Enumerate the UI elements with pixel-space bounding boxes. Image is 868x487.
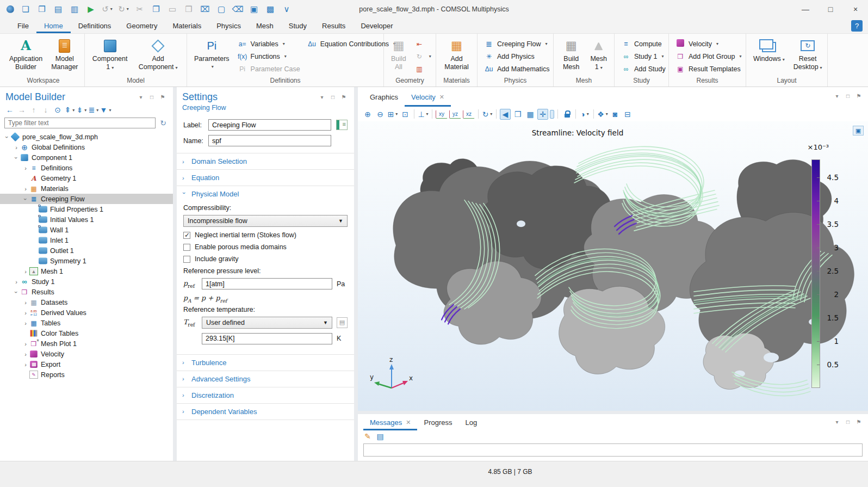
close-icon[interactable]: × (843, 0, 868, 18)
tab-geometry[interactable]: Geometry (119, 18, 165, 33)
parameters-button[interactable]: Pi Parameters ▾ (191, 36, 233, 71)
functions-button[interactable]: f(x) Functions▾ (235, 50, 302, 63)
section-advanced-settings[interactable]: › Advanced Settings (177, 371, 354, 387)
color-legend-icon[interactable] (550, 110, 554, 119)
plot-window-icon[interactable]: ▣ (853, 126, 864, 135)
panel-menu-icon[interactable]: ▾ (317, 93, 327, 102)
compute-button[interactable]: = Compute (618, 38, 668, 50)
tab-messages[interactable]: Messages ✕ (363, 414, 417, 430)
tree-item-results[interactable]: ›❒Results (0, 287, 173, 297)
select-box-icon[interactable]: ▢ (214, 3, 228, 16)
update-icon[interactable]: ❖▾ (597, 109, 608, 120)
panel-float-icon[interactable]: □ (328, 93, 338, 102)
expander-icon[interactable]: › (13, 288, 20, 296)
windows-button[interactable]: Windows▾ (750, 36, 788, 64)
ref-temperature-input[interactable] (202, 333, 332, 344)
view-xy-icon[interactable]: xy (436, 110, 448, 119)
expander-icon[interactable]: › (22, 341, 29, 347)
save-icon[interactable]: ▤ (51, 3, 65, 16)
scene-light-icon[interactable]: ◀ (500, 109, 511, 120)
expand-all-icon[interactable]: ⇞▾ (64, 104, 75, 115)
panel-pin-icon[interactable]: ⚑ (854, 91, 864, 100)
panel-pin-icon[interactable]: ⚑ (854, 417, 864, 426)
tab-developer[interactable]: Developer (353, 18, 400, 33)
go-to-source-icon[interactable]: ▤ (337, 317, 348, 328)
color-palette-icon[interactable]: ◑▾ (579, 109, 590, 120)
physics-interface-button[interactable]: ≣ Creeping Flow▾ (481, 38, 552, 50)
import-button[interactable]: ⇤ (412, 38, 433, 50)
expander-icon[interactable]: › (22, 351, 29, 357)
add-plot-group-button[interactable]: ❒ Add Plot Group▾ (673, 50, 743, 63)
name-input[interactable] (208, 135, 331, 146)
stokes-flow-checkbox-row[interactable]: Neglect inertial term (Stokes flow) (183, 231, 348, 239)
tree-item-component-1[interactable]: ›Component 1 (0, 152, 173, 163)
zoom-extents-icon[interactable]: ⊡ (400, 109, 411, 120)
panel-float-icon[interactable]: □ (843, 417, 853, 426)
tree-item-fluid-properties-1[interactable]: ›Fluid Properties 1 (0, 204, 173, 214)
expander-icon[interactable]: › (22, 186, 29, 192)
view-xz-icon[interactable]: xz (463, 110, 475, 119)
section-domain-selection[interactable]: › Domain Selection (177, 153, 354, 169)
collapse-all-icon[interactable]: ⇟▾ (76, 104, 87, 115)
copy-icon[interactable]: ❐ (149, 3, 163, 16)
tree-item-mesh-plot-1[interactable]: ›❒Mesh Plot 1 (0, 338, 173, 349)
panel-pin-icon[interactable]: ⚑ (339, 93, 349, 102)
show-axis-icon[interactable]: ✛ (537, 109, 548, 120)
plot-group-button[interactable]: Velocity▾ (673, 38, 743, 50)
tab-graphics[interactable]: Graphics (363, 87, 405, 107)
close-icon[interactable]: ✕ (406, 419, 411, 426)
show-icon[interactable]: ⊙ (52, 104, 63, 115)
tree-item-inlet-1[interactable]: ›Inlet 1 (0, 235, 173, 245)
component-button[interactable]: Component 1▾ (89, 36, 131, 72)
snapshot-icon[interactable]: ◙ (610, 109, 621, 120)
section-dependent-variables[interactable]: › Dependent Variables (177, 403, 354, 420)
tree-item-velocity[interactable]: ›Velocity (0, 349, 173, 359)
back-icon[interactable]: ← (4, 104, 15, 115)
tree-item-symmetry-1[interactable]: ›Symmetry 1 (0, 256, 173, 266)
duplicate-icon[interactable]: ❒ (182, 3, 196, 16)
tree-item-color-tables[interactable]: ›Color Tables (0, 328, 173, 338)
tree-item-initial-values-1[interactable]: ›Initial Values 1 (0, 214, 173, 225)
forward-icon[interactable]: → (16, 104, 27, 115)
tab-results[interactable]: Results (314, 18, 353, 33)
checkbox-checked-icon[interactable] (183, 232, 190, 239)
panel-float-icon[interactable]: □ (147, 93, 157, 102)
new-file-icon[interactable]: ❏ (18, 3, 33, 16)
ref-pressure-input[interactable] (202, 278, 332, 289)
clear-selection-icon[interactable]: ⌫ (231, 3, 245, 16)
expander-icon[interactable]: › (22, 268, 29, 275)
virtual-operations-button[interactable]: ▥ (412, 63, 433, 75)
panel-menu-icon[interactable]: ▾ (832, 417, 842, 426)
add-component-button[interactable]: Add Component▾ (133, 36, 183, 72)
filter-icon[interactable]: ▼▾ (100, 104, 111, 115)
open-messages-window-icon[interactable]: ▤ (375, 431, 386, 442)
mesh-button[interactable]: ▲ Mesh 1▾ (587, 36, 610, 72)
comsol-logo-icon[interactable] (7, 5, 14, 13)
checkbox-icon[interactable] (183, 244, 190, 251)
redo-icon[interactable]: ↻▾ (116, 3, 131, 16)
zoom-out-icon[interactable]: ⊖ (375, 109, 386, 120)
tree-item-global-definitions[interactable]: ›⊕Global Definitions (0, 142, 173, 152)
close-icon[interactable]: ✕ (439, 94, 444, 101)
gravity-checkbox-row[interactable]: Include gravity (183, 255, 348, 263)
view-yz-icon[interactable]: yz (449, 110, 461, 119)
cut-icon[interactable]: ✂ (133, 3, 147, 16)
tree-item-mesh-1[interactable]: ›▲Mesh 1 (0, 266, 173, 276)
expander-icon[interactable]: › (22, 361, 29, 368)
expander-icon[interactable]: › (22, 299, 29, 306)
expander-icon[interactable]: › (13, 154, 20, 162)
section-discretization[interactable]: › Discretization (177, 387, 354, 403)
panel-menu-icon[interactable]: ▾ (832, 91, 842, 100)
tree-item-materials[interactable]: ›▦Materials (0, 183, 173, 194)
minimize-icon[interactable]: — (793, 0, 818, 18)
application-builder-button[interactable]: A Application Builder (6, 36, 46, 72)
section-turbulence[interactable]: › Turbulence (177, 354, 354, 371)
tab-home[interactable]: Home (36, 18, 71, 33)
rename-icon[interactable] (336, 120, 348, 130)
tab-velocity[interactable]: Velocity ✕ (405, 87, 451, 107)
refresh-filter-icon[interactable]: ↻ (158, 118, 169, 128)
expander-icon[interactable]: › (22, 165, 29, 171)
porous-media-checkbox-row[interactable]: Enable porous media domains (183, 243, 348, 251)
expander-icon[interactable]: › (22, 195, 29, 203)
tab-study[interactable]: Study (281, 18, 314, 33)
